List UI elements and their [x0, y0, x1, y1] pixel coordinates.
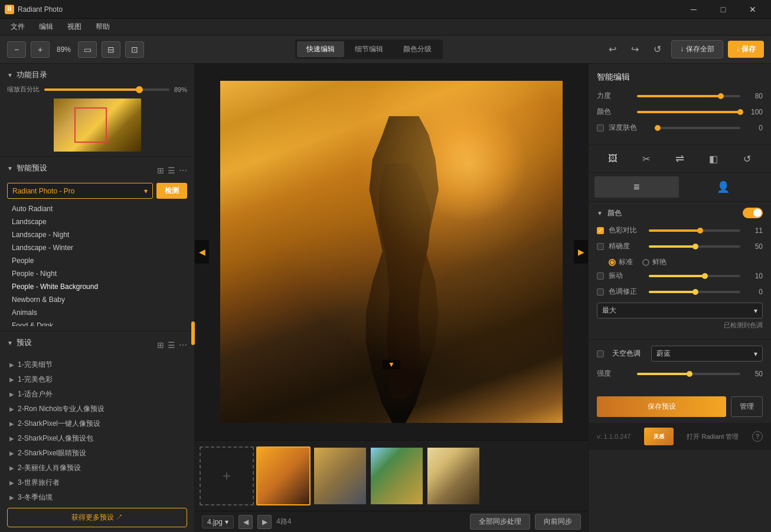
list-view-icon[interactable]: ☰ — [168, 166, 175, 175]
standard-radio[interactable]: 标准 — [609, 257, 633, 267]
manage-button[interactable]: 管理 — [731, 396, 763, 417]
minimize-button[interactable]: ─ — [680, 0, 707, 19]
detect-button[interactable]: 检测 — [156, 183, 187, 199]
list-item[interactable]: ▶ 3-冬季仙境 — [7, 490, 187, 501]
menu-edit[interactable]: 编辑 — [33, 19, 59, 34]
add-photo-button[interactable]: + — [200, 446, 254, 505]
more-icon[interactable]: ⋯ — [179, 166, 187, 175]
deep-skin-slider[interactable] — [655, 127, 740, 129]
list-item[interactable]: People — [7, 254, 187, 267]
image-prev-arrow[interactable]: ◀ — [195, 240, 209, 264]
title-bar: R Radiant Photo ─ □ ✕ — [0, 0, 771, 19]
grid-view-icon[interactable]: ⊞ — [157, 166, 164, 175]
image-next-arrow[interactable]: ▶ — [574, 240, 588, 264]
filmstrip-toggle-arrow[interactable]: ▼ — [383, 360, 400, 369]
menu-file[interactable]: 文件 — [5, 19, 31, 34]
view-single-button[interactable]: ▭ — [78, 41, 97, 58]
sky-color-dropdown[interactable]: 蔚蓝 ▾ — [651, 346, 763, 362]
menu-view[interactable]: 视图 — [61, 19, 87, 34]
get-more-presets-button[interactable]: 获得更多预设 ↗ — [7, 508, 187, 527]
mask-tool-icon[interactable]: ◧ — [705, 151, 723, 166]
tab-portrait[interactable]: 👤 — [681, 176, 766, 198]
list-item[interactable]: Landscape - Winter — [7, 241, 187, 254]
save-preset-button[interactable]: 保存预设 — [597, 396, 726, 417]
list-item[interactable]: ▶ 2-SharkPixel人像预设包 — [7, 431, 187, 446]
color-slider[interactable] — [637, 111, 740, 113]
presets-list-icon[interactable]: ☰ — [168, 340, 175, 350]
sky-checkbox[interactable] — [597, 350, 604, 357]
presets-list: ▶ 1-完美细节 ▶ 1-完美色彩 ▶ 1-适合户外 ▶ 2-Ron Nicho… — [7, 357, 187, 501]
crop-tool-icon[interactable]: ✂ — [638, 151, 655, 166]
list-item[interactable]: Newborn & Baby — [7, 293, 187, 306]
list-item[interactable]: Food & Drink — [7, 319, 187, 326]
redo-button[interactable]: ↪ — [625, 41, 644, 58]
presets-title[interactable]: ▼ 预设 — [7, 337, 32, 348]
image-tool-icon[interactable]: 🖼 — [604, 151, 622, 166]
presets-more-icon[interactable]: ⋯ — [179, 340, 187, 350]
zoom-minus-button[interactable]: − — [7, 41, 26, 58]
list-item[interactable]: ▶ 1-完美细节 — [7, 357, 187, 372]
preset-dropdown[interactable]: Radiant Photo - Pro ▾ — [7, 183, 153, 199]
color-mode-radio: 标准 鲜艳 — [609, 257, 763, 267]
vibrance-slider[interactable] — [649, 275, 740, 277]
save-all-button[interactable]: ↓ 保存全部 — [671, 40, 723, 58]
vivid-radio[interactable]: 鲜艳 — [642, 257, 667, 267]
reset-tool-icon[interactable]: ↺ — [739, 151, 756, 166]
help-icon[interactable]: ? — [752, 431, 763, 442]
refresh-button[interactable]: ↺ — [648, 41, 667, 58]
hue-slider[interactable] — [649, 291, 740, 293]
filmstrip-thumb-2[interactable] — [313, 446, 367, 505]
view-crop-button[interactable]: ⊡ — [125, 41, 144, 58]
strength-slider[interactable] — [637, 95, 740, 97]
color-toggle[interactable] — [743, 208, 763, 218]
tab-detail-edit[interactable]: 细节编辑 — [345, 41, 393, 57]
tab-adjustments[interactable]: ≡ — [594, 176, 679, 198]
list-item[interactable]: ▶ 2-Ron Nichols专业人像预设 — [7, 402, 187, 416]
zoom-plus-button[interactable]: + — [31, 41, 50, 58]
list-item[interactable]: Animals — [7, 306, 187, 319]
list-item[interactable]: ▶ 2-SharkPixel眼睛预设 — [7, 446, 187, 461]
list-item[interactable]: ▶ 2-SharkPixel一键人像预设 — [7, 416, 187, 431]
zoom-slider[interactable] — [44, 88, 169, 91]
filmstrip-thumb-3[interactable] — [370, 446, 424, 505]
transform-tool-icon[interactable]: ⇌ — [671, 151, 689, 166]
chevron-right-icon: ▶ — [9, 450, 14, 457]
filmstrip-thumb-4[interactable] — [426, 446, 481, 505]
filmstrip-thumb-1[interactable] — [256, 446, 311, 505]
list-item[interactable]: People - Night — [7, 267, 187, 280]
hue-checkbox[interactable] — [597, 288, 604, 295]
list-item[interactable]: ▶ 2-美丽佳人肖像预设 — [7, 461, 187, 475]
list-item[interactable]: Landscape — [7, 215, 187, 228]
prev-sync-button[interactable]: 向前同步 — [535, 514, 581, 530]
precision-checkbox[interactable] — [597, 243, 604, 250]
save-button[interactable]: ↓ 保存 — [728, 41, 764, 58]
list-item-selected[interactable]: People - White Background — [7, 280, 187, 293]
list-item[interactable]: ▶ 1-适合户外 — [7, 387, 187, 402]
chroma-contrast-slider[interactable] — [649, 229, 740, 232]
list-item[interactable]: ▶ 3-世界旅行者 — [7, 475, 187, 490]
next-file-button[interactable]: ▶ — [257, 515, 272, 529]
list-item[interactable]: Auto Radiant — [7, 202, 187, 215]
tab-quick-edit[interactable]: 快速编辑 — [297, 41, 344, 57]
maximize-button[interactable]: □ — [710, 0, 737, 19]
list-item[interactable]: Landscape - Night — [7, 228, 187, 241]
chroma-contrast-checkbox[interactable]: ✓ — [597, 227, 604, 234]
sky-strength-slider[interactable] — [637, 373, 740, 375]
undo-button[interactable]: ↩ — [603, 41, 622, 58]
view-split-button[interactable]: ⊟ — [102, 41, 120, 58]
menu-help[interactable]: 帮助 — [90, 19, 116, 34]
vibrance-checkbox[interactable] — [597, 272, 604, 280]
deep-skin-checkbox[interactable] — [597, 124, 604, 132]
prev-file-button[interactable]: ◀ — [239, 515, 253, 529]
file-selector[interactable]: 4.jpg ▾ — [202, 515, 234, 528]
presets-grid-icon[interactable]: ⊞ — [157, 340, 164, 350]
mode-dropdown[interactable]: 最大 ▾ — [597, 303, 763, 318]
smart-presets-title[interactable]: ▼ 智能预设 — [7, 163, 47, 173]
list-item[interactable]: ▶ 1-完美色彩 — [7, 372, 187, 387]
sync-all-button[interactable]: 全部同步处理 — [470, 514, 530, 530]
func-dir-title[interactable]: ▼ 功能目录 — [7, 70, 187, 80]
open-radiant-link[interactable]: 打开 Radiant 管理 — [687, 432, 739, 441]
close-button[interactable]: ✕ — [739, 0, 766, 19]
precision-slider[interactable] — [649, 245, 740, 248]
tab-color-grade[interactable]: 颜色分级 — [394, 41, 441, 57]
